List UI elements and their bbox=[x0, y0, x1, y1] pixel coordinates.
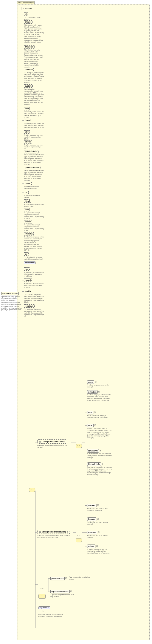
attr-desc-id: The local identifier of the property. bbox=[24, 16, 44, 20]
attr-desc-creator: If the property value is not defined, sp… bbox=[24, 24, 44, 43]
element-narrower[interactable]: narrower bbox=[87, 531, 97, 534]
element-definition[interactable]: definition bbox=[87, 390, 97, 394]
desc-sameAs: An identifier of a concept with equivale… bbox=[87, 508, 113, 512]
attr-desc-uri: A URI which identifies a concept. bbox=[24, 195, 44, 199]
choice-connector: ⟐ bbox=[38, 594, 46, 599]
group2-desc: A group of properties to indicate relati… bbox=[38, 535, 71, 538]
attr-xml-lang[interactable]: xml:lang bbox=[24, 232, 34, 236]
attr-desc-xml-lang: Specifies the language of this property … bbox=[24, 236, 44, 251]
attr-creatoruri[interactable]: creatoruri bbox=[24, 45, 35, 48]
attr-roleuri[interactable]: roleuri bbox=[24, 278, 32, 282]
any-other-attr: any ##other bbox=[24, 261, 36, 264]
attr-desc-pubconstraint: One or many constraints that apply to pu… bbox=[24, 154, 44, 166]
attr-desc-role: A refinement of the semantics of the pro… bbox=[24, 272, 44, 277]
desc-narrower: An identifier of a more specific concept… bbox=[87, 535, 113, 538]
element-broader[interactable]: broader bbox=[87, 518, 96, 521]
attr-desc-type: The type of the concept assigned as cont… bbox=[24, 212, 44, 220]
sequence-g2 bbox=[76, 538, 82, 542]
group1-desc: A group of properties required to define… bbox=[38, 444, 70, 448]
attr-desc-whyuri: Why the metadata has been included - exp… bbox=[24, 144, 44, 150]
group-ConceptRelationshipsGroup[interactable]: ▥ ConceptRelationshipsGroup ⊞ bbox=[38, 530, 70, 534]
sequence-connector bbox=[29, 488, 35, 492]
attr-dir[interactable]: dir bbox=[24, 252, 29, 256]
attr-jobtitleuri[interactable]: jobtitleuri bbox=[24, 304, 35, 308]
attr-custom[interactable]: custom bbox=[24, 84, 33, 88]
element-related[interactable]: related bbox=[87, 544, 95, 548]
element-hierarchyInfo[interactable]: hierarchyInfo bbox=[87, 462, 101, 466]
g1-card: 0..∞ bbox=[76, 445, 82, 446]
attr-whyuri[interactable]: whyuri bbox=[24, 140, 32, 144]
desc-name: A natural language name for the concept. bbox=[87, 384, 113, 388]
element-note[interactable]: note bbox=[87, 411, 93, 414]
choice-card: 0..∞ bbox=[38, 588, 46, 589]
attr-desc-jobtitle: The job title of the person who created … bbox=[24, 294, 44, 303]
attr-pubconstraint[interactable]: pubconstraint bbox=[24, 150, 39, 154]
personDetails-desc: A set of properties specific to a person bbox=[69, 576, 95, 580]
attr-desc-modified: The date (and, optionally, the time) whe… bbox=[24, 72, 44, 83]
any-ext-desc: Extension point for provider-defined pro… bbox=[38, 614, 66, 617]
root-desc: Specifies the entity (person, organisati… bbox=[1, 296, 22, 311]
type-label: FlexAuthorPropType bbox=[17, 1, 35, 4]
any-ext-card: 0..∞ bbox=[39, 610, 47, 612]
attr-id[interactable]: id bbox=[24, 12, 28, 16]
desc-related: A related concept, where the relationshi… bbox=[87, 548, 113, 554]
element-organisationDetails[interactable]: organisationDetails bbox=[50, 590, 70, 593]
desc-note: Additional natural language information … bbox=[87, 415, 113, 418]
element-remoteInfo[interactable]: remoteInfo bbox=[87, 449, 99, 452]
attr-desc-roleuri: A refinement of the semantics of the pro… bbox=[24, 282, 44, 288]
attr-desc-jobtitleuri: The job title of the person who created … bbox=[24, 308, 44, 318]
attr-type[interactable]: type bbox=[24, 208, 30, 212]
attr-creator[interactable]: creator bbox=[24, 20, 33, 24]
attr-desc-custom: If set to true the corresponding propert… bbox=[24, 88, 44, 105]
attr-qcode[interactable]: qcode bbox=[24, 182, 32, 185]
element-sameAs[interactable]: sameAs bbox=[87, 504, 96, 507]
group-ConceptDefinitionGroup[interactable]: ▥ ConceptDefinitionGroup ⊞ bbox=[38, 440, 66, 444]
desc-definition: A natural language definition of the sem… bbox=[87, 394, 113, 402]
attr-desc-how: Indicates by which means the value was e… bbox=[24, 111, 44, 118]
element-facet[interactable]: facet bbox=[87, 424, 94, 427]
attr-desc-typeuri: The type of the concept assigned as cont… bbox=[24, 224, 44, 232]
attr-desc-creatoruri: If the attribute is empty, specifies whi… bbox=[24, 49, 44, 68]
attr-modified[interactable]: modified bbox=[24, 68, 34, 71]
attr-why[interactable]: why bbox=[24, 130, 30, 134]
attr-desc-dir: The directionality of textual content (e… bbox=[24, 256, 44, 260]
element-personDetails[interactable]: personDetails bbox=[50, 577, 65, 580]
attr-jobtitle[interactable]: jobtitle bbox=[24, 290, 32, 293]
desc-remoteInfo: A link to an item or a web resource whic… bbox=[87, 453, 113, 458]
attr-desc-qcode: A qualified code which identifies a conc… bbox=[24, 186, 44, 190]
attr-literal[interactable]: literal bbox=[24, 200, 31, 203]
attr-uri[interactable]: uri bbox=[24, 191, 29, 194]
attr-desc-literal: A free-text value assigned as property v… bbox=[24, 204, 44, 207]
desc-facet: In NAR 1.8 and later, facet is deprecate… bbox=[87, 428, 113, 439]
attr-pubconstrainturi[interactable]: pubconstrainturi bbox=[24, 166, 41, 169]
orgDetails-desc: A group of properties specific to an org… bbox=[50, 594, 83, 598]
attr-desc-why: Why the metadata has been included - exp… bbox=[24, 134, 44, 140]
desc-hierarchyInfo: Represents the position of a concept in … bbox=[87, 466, 113, 476]
attr-typeuri[interactable]: typeuri bbox=[24, 220, 32, 224]
root-element-metadataCreator[interactable]: metadataCreator bbox=[1, 292, 19, 295]
attr-how[interactable]: how bbox=[24, 107, 30, 110]
attributes-header: ▥ attributes bbox=[22, 7, 33, 10]
any-other-extension: any ##other bbox=[38, 606, 50, 609]
attr-desc-pubconstrainturi: One or many constraints that apply to pu… bbox=[24, 170, 44, 181]
desc-broader: An identifier of a more generic concept. bbox=[87, 521, 113, 525]
attr-role[interactable]: role bbox=[24, 267, 30, 271]
attr-howuri[interactable]: howuri bbox=[24, 118, 32, 122]
g2-card: 0..∞ bbox=[76, 535, 82, 536]
element-name[interactable]: name bbox=[87, 380, 94, 384]
attr-desc-howuri: Indicates by which means the value was e… bbox=[24, 123, 44, 128]
